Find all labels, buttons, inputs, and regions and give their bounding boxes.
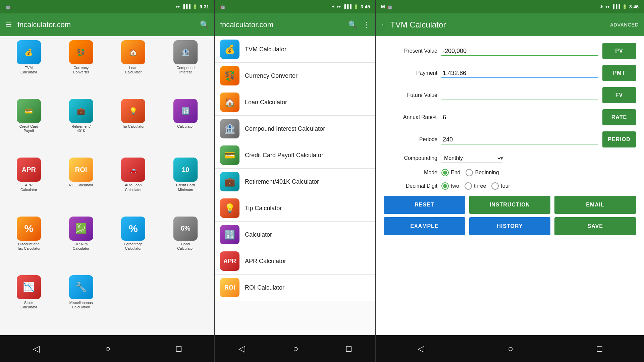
app-label-autoloan: Auto Loan Calculator bbox=[125, 183, 142, 192]
decimal-two-radio[interactable] bbox=[441, 182, 449, 190]
app-item-autoloan[interactable]: 🚗Auto Loan Calculator bbox=[109, 158, 158, 214]
app-item-percentage[interactable]: %Percentage Calculator bbox=[109, 217, 158, 273]
phone2-list: 💰TVM Calculator💱Currency Converter🏠Loan … bbox=[215, 36, 375, 335]
battery-icon: 🔋 bbox=[193, 4, 198, 9]
app-label-roi: ROI Calculator bbox=[69, 183, 93, 187]
list-item-currency[interactable]: 💱Currency Converter bbox=[215, 63, 375, 89]
app-item-credit[interactable]: 💳Credit Card Payoff bbox=[4, 99, 54, 155]
phone2-home-btn[interactable]: ○ bbox=[293, 344, 299, 354]
phone3-status-left: M 🤖 bbox=[381, 4, 392, 9]
mode-beginning-option[interactable]: Beginning bbox=[466, 169, 499, 176]
list-item-roi[interactable]: ROIROI Calculator bbox=[215, 275, 375, 301]
app-item-tvm[interactable]: 💰TVM Calculator bbox=[4, 40, 54, 96]
rate-button[interactable]: RATE bbox=[602, 109, 636, 125]
list-item-loan[interactable]: 🏠Loan Calculator bbox=[215, 89, 375, 116]
future-value-input[interactable] bbox=[441, 90, 598, 100]
app-item-tip[interactable]: 💡Tip Calculator bbox=[109, 99, 158, 155]
email-button[interactable]: EMAIL bbox=[554, 196, 636, 214]
phone1-recents-btn[interactable]: □ bbox=[176, 344, 181, 354]
list-item-retirement[interactable]: 💼Retirement/401K Calculator bbox=[215, 169, 375, 195]
compounding-label: Compounding bbox=[384, 155, 437, 161]
app-item-currency[interactable]: 💱Currency Converter bbox=[56, 40, 106, 96]
action-row-2: EXAMPLE HISTORY SAVE bbox=[384, 217, 636, 235]
present-value-label: Present Value bbox=[384, 48, 437, 54]
app-label-tvm: TVM Calculator bbox=[20, 66, 37, 74]
list-item-credit[interactable]: 💳Credit Card Payoff Calculator bbox=[215, 142, 375, 169]
list-label-compound: Compound Interest Calculator bbox=[245, 125, 325, 132]
annual-rate-label: Annual Rate% bbox=[384, 114, 437, 120]
list-item-tvm[interactable]: 💰TVM Calculator bbox=[215, 36, 375, 63]
app-item-stock[interactable]: 📉Stock Calculator bbox=[4, 275, 54, 331]
app-label-apr: APR Calculator bbox=[20, 183, 37, 192]
reset-button[interactable]: RESET bbox=[384, 196, 465, 214]
phone2-recents-btn[interactable]: □ bbox=[346, 344, 352, 354]
instruction-button[interactable]: INSTRUCTION bbox=[469, 196, 551, 214]
list-label-roi: ROI Calculator bbox=[245, 284, 284, 291]
phone3-time: 3:46 bbox=[629, 4, 639, 9]
app-item-roi[interactable]: ROIROI Calculator bbox=[56, 158, 106, 214]
list-label-loan: Loan Calculator bbox=[245, 99, 287, 106]
list-label-currency: Currency Converter bbox=[245, 72, 298, 79]
decimal-three-option[interactable]: three bbox=[465, 182, 486, 190]
mode-radio-group: End Beginning bbox=[441, 169, 499, 176]
app-item-retirement[interactable]: 💼Retirement/ 401K bbox=[56, 99, 106, 155]
decimal-two-option[interactable]: two bbox=[441, 182, 459, 190]
app-item-compound[interactable]: 🏦Compound Interest bbox=[161, 40, 210, 96]
phone3-nav-recents-btn[interactable]: □ bbox=[597, 344, 602, 354]
app-label-calculator: Calculator bbox=[177, 124, 194, 129]
app-icon-irr: 💹 bbox=[69, 217, 93, 241]
pv-button[interactable]: PV bbox=[602, 43, 636, 59]
app-item-misc[interactable]: 🔧Miscellaneous Calculation bbox=[56, 275, 106, 331]
app-item-apr[interactable]: APRAPR Calculator bbox=[4, 158, 54, 214]
phone2-search-btn[interactable]: 🔍 bbox=[348, 20, 357, 29]
list-item-apr[interactable]: APRAPR Calculator bbox=[215, 248, 375, 275]
periods-input[interactable] bbox=[441, 135, 598, 144]
phone3-nav-back-btn[interactable]: ◁ bbox=[418, 344, 424, 354]
decimal-four-option[interactable]: four bbox=[491, 182, 510, 190]
compounding-select[interactable]: Monthly Daily Weekly Quarterly Semi-Annu… bbox=[441, 154, 502, 163]
list-item-compound[interactable]: 🏦Compound Interest Calculator bbox=[215, 116, 375, 142]
mode-end-option[interactable]: End bbox=[441, 169, 460, 176]
app-icon-calculator: 🔢 bbox=[173, 99, 198, 123]
save-button[interactable]: SAVE bbox=[554, 217, 636, 235]
phone3-gmail-icon: M bbox=[381, 4, 385, 9]
phone3-nav-home-btn[interactable]: ○ bbox=[508, 344, 513, 354]
annual-rate-input[interactable] bbox=[441, 113, 598, 122]
phone3-app-bar: ← TVM Calculator ADVANCED bbox=[376, 13, 644, 36]
present-value-input[interactable] bbox=[441, 46, 598, 56]
period-button[interactable]: PERIOD bbox=[602, 131, 636, 147]
app-item-ccmin[interactable]: 10Credit Card Minimum bbox=[161, 158, 210, 214]
fv-button[interactable]: FV bbox=[602, 87, 636, 103]
app-item-loan[interactable]: 🏠Loan Calculator bbox=[109, 40, 158, 96]
phone1-app-bar: ☰ fncalculator.com 🔍 bbox=[0, 13, 214, 36]
app-item-bond[interactable]: 6%Bond Calculator bbox=[161, 217, 210, 273]
app-item-irr[interactable]: 💹IRR NPV Calculator bbox=[56, 217, 106, 273]
phone2-status-left: 🤖 bbox=[220, 4, 225, 9]
list-icon-calculator: 🔢 bbox=[220, 225, 239, 244]
list-item-calculator[interactable]: 🔢Calculator bbox=[215, 222, 375, 248]
decimal-three-radio[interactable] bbox=[465, 182, 472, 190]
app-item-calculator[interactable]: 🔢Calculator bbox=[161, 99, 210, 155]
app-item-discount[interactable]: %Discount and Tax Calculator bbox=[4, 217, 54, 273]
history-button[interactable]: HISTORY bbox=[469, 217, 551, 235]
phone3-android-icon: 🤖 bbox=[387, 4, 392, 9]
pmt-button[interactable]: PMT bbox=[602, 65, 636, 81]
list-icon-apr: APR bbox=[220, 251, 239, 271]
phone2-more-btn[interactable]: ⋮ bbox=[363, 20, 370, 29]
phone1-home-btn[interactable]: ○ bbox=[105, 344, 111, 354]
mode-beginning-radio[interactable] bbox=[466, 169, 473, 176]
phone1-menu-btn[interactable]: ☰ bbox=[5, 20, 12, 29]
phone2-back-btn[interactable]: ◁ bbox=[238, 344, 245, 354]
phone3-back-btn[interactable]: ← bbox=[381, 22, 386, 28]
phone1-search-btn[interactable]: 🔍 bbox=[200, 20, 209, 29]
phone2-battery-icon: 🔋 bbox=[354, 4, 359, 9]
mode-end-radio[interactable] bbox=[441, 169, 449, 176]
phone3-advanced-btn[interactable]: ADVANCED bbox=[610, 22, 639, 27]
list-item-tip[interactable]: 💡Tip Calculator bbox=[215, 195, 375, 222]
phone1-back-btn[interactable]: ◁ bbox=[33, 344, 40, 354]
payment-input[interactable] bbox=[441, 68, 598, 78]
example-button[interactable]: EXAMPLE bbox=[384, 217, 465, 235]
decimal-four-radio[interactable] bbox=[491, 182, 499, 190]
wifi-icon: ▾▾ bbox=[176, 4, 180, 9]
phone3-panel: M 🤖 ✱ ▾▾ ▐▐▐ 🔋 3:46 ← TVM Calculator ADV… bbox=[376, 0, 644, 362]
